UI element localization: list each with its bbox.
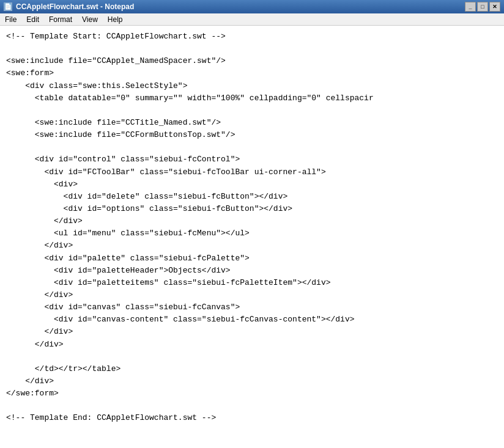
code-line: <div class="swe:this.SelectStyle">: [6, 80, 498, 92]
code-line: <div id="delete" class="siebui-fcButton"…: [6, 191, 498, 203]
maximize-button[interactable]: □: [477, 2, 488, 12]
code-line: <div id="canvas" class="siebui-fcCanvas"…: [6, 301, 498, 314]
window-icon: 📄: [4, 2, 12, 11]
code-line: <!-- Template Start: CCAppletFlowchart.s…: [6, 31, 498, 43]
title-bar: 📄 CCAppletFlowchart.swt - Notepad _ □ ✕: [0, 0, 504, 13]
code-line: [6, 351, 498, 363]
code-line: <!-- Template End: CCAppletFlowchart.swt…: [6, 412, 498, 424]
menu-help[interactable]: Help: [103, 13, 128, 25]
code-line: <div id="control" class="siebui-fcContro…: [6, 153, 498, 166]
code-line: [6, 400, 498, 412]
code-line: <swe:include file="CCApplet_NamedSpacer.…: [6, 55, 498, 67]
menu-edit[interactable]: Edit: [21, 13, 44, 25]
code-line: <div id="paletteitems" class="siebui-fcP…: [6, 277, 498, 289]
code-line: </swe:form>: [6, 387, 498, 400]
window-title: CCAppletFlowchart.swt - Notepad: [16, 2, 461, 11]
code-line: <swe:form>: [6, 67, 498, 79]
code-line: [6, 43, 498, 55]
code-line: <ul id="menu" class="siebui-fcMenu"></ul…: [6, 227, 498, 240]
code-line: [6, 105, 498, 117]
menu-format[interactable]: Format: [44, 13, 77, 25]
menu-file[interactable]: File: [0, 13, 21, 25]
code-line: <div id="options" class="siebui-fcButton…: [6, 203, 498, 215]
code-line: <swe:include file="CCFormButtonsTop.swt"…: [6, 129, 498, 141]
code-line: <swe:include file="CCTitle_Named.swt"/>: [6, 117, 498, 129]
code-line: <table datatable="0" summary="" width="1…: [6, 92, 498, 105]
editor-area[interactable]: <!-- Template Start: CCAppletFlowchart.s…: [0, 26, 504, 448]
menu-bar: FileEditFormatViewHelp: [0, 13, 504, 26]
window: 📄 CCAppletFlowchart.swt - Notepad _ □ ✕ …: [0, 0, 504, 448]
close-button[interactable]: ✕: [489, 2, 500, 12]
code-line: </div>: [6, 240, 498, 252]
code-line: <div id="palette" class="siebui-fcPalett…: [6, 252, 498, 265]
menu-view[interactable]: View: [77, 13, 103, 25]
code-line: </div>: [6, 289, 498, 301]
window-controls: _ □ ✕: [465, 2, 500, 12]
minimize-button[interactable]: _: [465, 2, 476, 12]
code-line: </div>: [6, 215, 498, 227]
code-line: </div>: [6, 326, 498, 338]
code-line: </div>: [6, 375, 498, 387]
code-line: <div id="FCToolBar" class="siebui-fcTool…: [6, 166, 498, 178]
code-line: <div id="canvas-content" class="siebui-f…: [6, 314, 498, 326]
code-line: [6, 141, 498, 153]
code-line: </td></tr></table>: [6, 363, 498, 375]
code-line: <div id="paletteHeader">Objects</div>: [6, 265, 498, 277]
code-line: <div>: [6, 178, 498, 191]
code-line: </div>: [6, 339, 498, 351]
